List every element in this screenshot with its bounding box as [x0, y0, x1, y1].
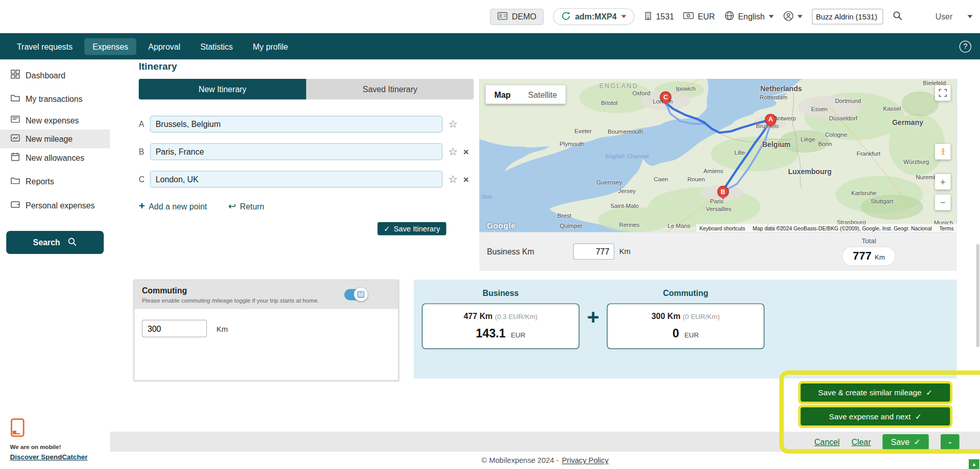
- business-km-strip: Business Km Km Total 777 Km: [479, 232, 957, 271]
- point-c-input[interactable]: [150, 171, 442, 188]
- tab-expenses[interactable]: Expenses: [84, 38, 137, 55]
- impersonation-menu[interactable]: [783, 10, 803, 23]
- user-menu[interactable]: User: [936, 12, 973, 21]
- calendar-icon: [11, 152, 20, 163]
- impersonate-user-input[interactable]: [812, 9, 883, 25]
- favorite-star-icon[interactable]: [448, 119, 458, 130]
- copyright-text: © Mobilexpense 2024 -: [481, 456, 559, 465]
- save-create-similar-label: Save & create similar mileage: [818, 388, 922, 397]
- mobile-promo: We are on mobile! Discover SpendCatcher: [10, 418, 88, 462]
- favorite-star-icon[interactable]: [448, 174, 458, 185]
- scrollbar-thumb[interactable]: [976, 244, 979, 348]
- reports-icon: [11, 176, 20, 187]
- remove-point-icon[interactable]: [463, 147, 469, 156]
- commuting-km-input[interactable]: [142, 319, 207, 337]
- itinerary-tabs: New Itinerary Saved Itinerary: [139, 79, 474, 99]
- tab-statistics[interactable]: Statistics: [192, 38, 241, 55]
- business-km-value: 477 Km: [463, 312, 493, 321]
- save-button[interactable]: Save: [883, 434, 929, 450]
- commuting-toggle[interactable]: [344, 289, 366, 301]
- business-amount-line: 143.1 EUR: [422, 327, 578, 340]
- keyboard-shortcuts-link[interactable]: Keyboard shortcuts: [699, 225, 745, 231]
- return-link[interactable]: Return: [228, 201, 264, 212]
- check-icon: [914, 437, 921, 446]
- main-nav: Travel requests Expenses Approval Statis…: [0, 33, 980, 59]
- point-b-input[interactable]: [150, 143, 442, 160]
- help-icon[interactable]: ?: [960, 40, 971, 52]
- zoom-out-button[interactable]: −: [935, 195, 951, 210]
- dashboard-icon: [11, 70, 20, 81]
- sidebar-item-my-transactions[interactable]: My transactions: [0, 90, 110, 109]
- tab-approval[interactable]: Approval: [140, 38, 188, 55]
- sidebar-item-new-allowances[interactable]: New allowances: [0, 148, 110, 167]
- banknote-icon: [683, 12, 694, 21]
- lower-row: Commuting Please enable commuting mileag…: [133, 280, 980, 381]
- office-selector[interactable]: 1531: [643, 11, 674, 22]
- zoom-in-button[interactable]: +: [935, 174, 951, 190]
- commuting-calc-box: 300 Km (0 EUR/Km) 0 EUR: [607, 304, 765, 349]
- sidebar-item-reports[interactable]: Reports: [0, 172, 110, 191]
- business-km-label: Business Km: [487, 247, 534, 256]
- demo-badge[interactable]: DEMO: [490, 8, 544, 25]
- sidebar-item-new-expenses[interactable]: New expenses: [0, 111, 110, 130]
- map-marker-c[interactable]: C: [660, 92, 671, 103]
- business-km-line: 477 Km (0.3 EUR/Km): [422, 312, 578, 321]
- sidebar-item-personal-expenses[interactable]: Personal expenses: [0, 196, 110, 215]
- save-expense-next-button[interactable]: Save expense and next: [800, 407, 950, 425]
- search-icon: [68, 237, 77, 248]
- search-button[interactable]: Search: [6, 231, 104, 254]
- environment-selector[interactable]: adm:MXP4: [553, 8, 634, 25]
- tab-saved-itinerary[interactable]: Saved Itinerary: [306, 79, 474, 99]
- calculator-icon: [358, 291, 364, 297]
- business-calc-box: 477 Km (0.3 EUR/Km) 143.1 EUR: [422, 304, 580, 349]
- sidebar-item-dashboard[interactable]: Dashboard: [0, 66, 110, 84]
- pegman-button[interactable]: [935, 144, 951, 160]
- map-type-satellite-button[interactable]: Satellite: [519, 85, 566, 104]
- language-selector[interactable]: English: [724, 11, 773, 23]
- commuting-km-line: 300 Km (0 EUR/Km): [608, 312, 764, 321]
- scroll-to-top-button[interactable]: [969, 459, 979, 469]
- save-expense-next-label: Save expense and next: [829, 412, 911, 421]
- map-marker-a[interactable]: A: [765, 114, 776, 125]
- point-a-input[interactable]: [150, 116, 442, 133]
- sidebar-item-label: Dashboard: [26, 70, 65, 79]
- add-point-label: Add a new point: [149, 202, 207, 211]
- page-title: Itinerary: [139, 61, 980, 72]
- point-letter: A: [139, 119, 150, 129]
- map-data-attribution: Map data ©2024 GeoBasis-DE/BKG (©2009), …: [753, 225, 932, 231]
- add-point-link[interactable]: Add a new point: [139, 200, 207, 212]
- tab-travel-requests[interactable]: Travel requests: [9, 38, 81, 55]
- plus-icon: [139, 200, 145, 212]
- terms-link[interactable]: Terms: [939, 225, 953, 231]
- map-type-control: Map Satellite: [485, 85, 566, 104]
- save-itinerary-button[interactable]: Save Itinerary: [377, 222, 447, 236]
- map-type-map-button[interactable]: Map: [485, 85, 519, 104]
- folder-icon: [11, 93, 20, 104]
- fullscreen-button[interactable]: [935, 85, 951, 101]
- remove-point-icon[interactable]: [463, 175, 469, 184]
- sidebar-item-new-mileage[interactable]: New mileage: [0, 130, 110, 148]
- tab-my-profile[interactable]: My profile: [244, 38, 296, 55]
- user-menu-label: User: [936, 12, 953, 21]
- tab-new-itinerary[interactable]: New Itinerary: [139, 79, 306, 99]
- clear-link[interactable]: Clear: [852, 437, 871, 446]
- map-marker-b[interactable]: B: [717, 186, 728, 197]
- currency-selector[interactable]: EUR: [683, 12, 715, 21]
- save-more-options-button[interactable]: -: [941, 434, 960, 450]
- commuting-km-value: 300 Km: [652, 312, 681, 321]
- commuting-rate: (0 EUR/Km): [683, 313, 720, 321]
- favorite-star-icon[interactable]: [448, 146, 458, 157]
- privacy-policy-link[interactable]: Privacy Policy: [562, 456, 608, 465]
- discover-spendcatcher-link[interactable]: Discover SpendCatcher: [10, 453, 88, 461]
- business-rate: (0.3 EUR/Km): [495, 313, 538, 321]
- map-canvas[interactable]: ENGLANDNetherlandsGermanyBelgiumLuxembou…: [479, 79, 957, 232]
- sidebar-item-label: New expenses: [26, 115, 79, 124]
- id-card-icon: [498, 12, 508, 22]
- cancel-link[interactable]: Cancel: [814, 437, 839, 446]
- search-icon[interactable]: [892, 10, 902, 23]
- save-create-similar-button[interactable]: Save & create similar mileage: [800, 383, 950, 401]
- point-row-a: A: [139, 116, 474, 133]
- business-km-input[interactable]: [573, 243, 614, 260]
- footer: © Mobilexpense 2024 - Privacy Policy: [110, 452, 980, 469]
- itinerary-links: Add a new point Return: [139, 200, 474, 212]
